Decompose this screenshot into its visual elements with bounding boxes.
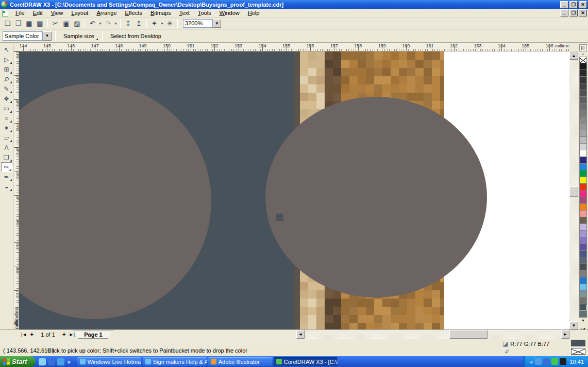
corel-online-button[interactable]: ✳ [164,19,175,29]
scroll-up-icon[interactable]: ▲ [569,51,578,60]
palette-swatch-1[interactable] [579,70,587,77]
palette-swatch-13[interactable] [579,150,587,157]
menu-item-help[interactable]: Help [244,9,264,16]
palette-scroll-down-icon[interactable]: ▼ [580,319,586,324]
vertical-scrollbar[interactable]: ▲ ▼ [569,51,578,329]
zoom-level-value[interactable]: 3200% [183,19,213,28]
title-bar[interactable]: CorelDRAW X3 - [C:\Documents and Setting… [0,0,588,9]
open-button[interactable]: ❐ [13,19,24,29]
tray-chevron-icon[interactable]: « [530,359,533,365]
palette-options-icon[interactable] [579,44,587,51]
freehand-tool[interactable]: ✎ [1,84,12,94]
scroll-left-icon[interactable]: ◄ [296,330,305,339]
doc-minimize-button[interactable]: _ [560,9,568,16]
menu-item-layout[interactable]: Layout [67,9,92,16]
palette-swatch-16[interactable] [579,170,587,177]
cut-button[interactable]: ✂ [50,19,61,29]
chevron-down-icon[interactable]: ▼ [43,31,52,41]
menu-item-view[interactable]: View [47,9,68,16]
text-tool[interactable]: A [1,143,12,152]
palette-swatch-18[interactable] [579,184,587,190]
palette-swatch-10[interactable] [579,130,587,137]
first-page-button[interactable]: |◄ [21,332,27,337]
tray-network-icon[interactable] [543,358,550,365]
quick-launch-overflow-chevron[interactable]: » [66,359,72,365]
palette-swatch-20[interactable] [579,197,587,204]
scroll-right-icon[interactable]: ► [561,330,569,339]
task-button-2[interactable]: Adobe Illustrator [208,357,272,366]
minimize-button[interactable]: _ [560,1,568,8]
new-document-button[interactable]: ❏ [2,19,13,29]
palette-scroll-up-icon[interactable]: ▲ [580,52,586,57]
quick-launch-messenger-icon[interactable] [39,358,46,365]
last-page-button[interactable]: ►| [69,332,75,337]
palette-swatch-3[interactable] [579,83,587,90]
quick-launch-msn-icon[interactable] [48,358,55,365]
palette-swatch-19[interactable] [579,190,587,197]
page-tab[interactable]: Page 1 [73,330,113,339]
sample-size-button[interactable]: Sample size [59,31,98,41]
pick-tool[interactable]: ↖ [1,45,12,55]
palette-swatch-22[interactable] [579,211,587,217]
palette-swatch-23[interactable] [579,217,587,224]
menu-item-window[interactable]: Window [215,9,244,16]
task-button-1[interactable]: Sign makers Help & Advic... [143,357,207,366]
palette-swatch-24[interactable] [579,224,587,231]
zoom-tool[interactable]: ⚲ [1,74,12,84]
undo-button[interactable]: ↶ [87,19,98,29]
save-button[interactable]: ▦ [24,19,35,29]
outline-pen-tool[interactable]: ✒ [1,172,12,182]
palette-swatch-25[interactable] [579,231,587,237]
gray-circle-right[interactable] [265,97,487,298]
smart-fill-tool[interactable]: ❖ [1,94,12,103]
menu-item-arrange[interactable]: Arrange [92,9,121,16]
print-button[interactable]: ▤ [35,19,45,29]
select-from-desktop-button[interactable]: Select from Desktop [106,31,165,41]
palette-swatch-31[interactable] [579,271,587,277]
no-color-swatch[interactable] [579,57,587,63]
palette-swatch-32[interactable] [579,277,587,284]
palette-swatch-15[interactable] [579,164,587,170]
application-launcher-button-dropdown-icon[interactable]: ▾ [160,19,164,29]
palette-swatch-21[interactable] [579,204,587,211]
doc-restore-button[interactable]: ❐ [569,9,578,16]
vertical-scroll-thumb[interactable] [569,186,578,197]
horizontal-ruler[interactable]: millimeters 1441451461471481491501511521… [19,43,569,51]
palette-swatch-4[interactable] [579,90,587,97]
polygon-tool[interactable]: ✶ [1,123,12,133]
palette-swatch-30[interactable] [579,264,587,271]
document-icon[interactable] [2,10,8,16]
application-launcher-button[interactable]: ✦ [149,19,160,29]
paste-button[interactable]: ▨ [72,19,82,29]
palette-swatch-37[interactable] [579,311,587,318]
tray-update-icon[interactable] [535,358,542,365]
palette-swatch-36[interactable] [579,304,587,311]
palette-swatch-28[interactable] [579,251,587,257]
basic-shapes-tool[interactable]: ▱ [1,133,12,143]
menu-item-bitmaps[interactable]: Bitmaps [146,9,175,16]
crop-tool[interactable]: ⊞ [1,64,12,74]
add-page-after-button[interactable]: + [62,331,66,338]
menu-item-tools[interactable]: Tools [194,9,215,16]
palette-swatch-17[interactable] [579,177,587,184]
menu-item-text[interactable]: Text [175,9,194,16]
palette-swatch-5[interactable] [579,97,587,103]
import-button[interactable]: ↧ [123,19,133,29]
palette-swatch-27[interactable] [579,244,587,251]
redo-button[interactable]: ↷ [103,19,113,29]
chevron-down-icon[interactable]: ▼ [213,19,221,28]
palette-swatch-11[interactable] [579,137,587,144]
menu-item-effects[interactable]: Effects [121,9,146,16]
redo-button-dropdown-icon[interactable]: ▾ [113,19,118,29]
fill-tool[interactable]: ◒ [1,182,12,191]
shape-tool[interactable]: ▷ [1,55,12,64]
palette-swatch-9[interactable] [579,124,587,130]
restore-button[interactable]: ❐ [569,1,578,8]
palette-swatch-7[interactable] [579,110,587,117]
close-button[interactable]: ✕ [579,1,587,8]
copy-button[interactable]: ▣ [61,19,72,29]
palette-swatch-35[interactable] [579,298,587,304]
ellipse-tool[interactable]: ○ [1,113,12,123]
palette-swatch-6[interactable] [579,103,587,110]
palette-swatch-29[interactable] [579,257,587,264]
